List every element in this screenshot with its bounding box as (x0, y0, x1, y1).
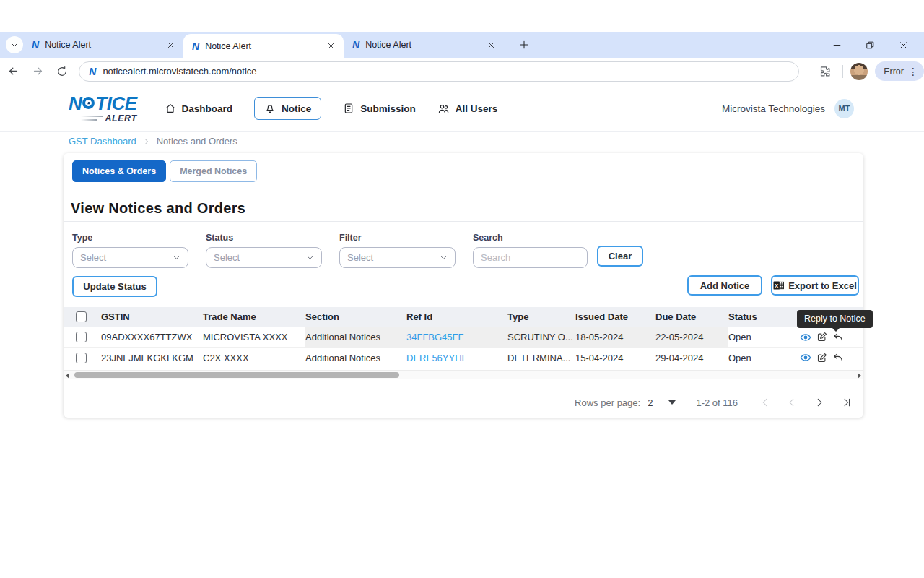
row-checkbox[interactable] (76, 332, 87, 342)
row-checkbox[interactable] (76, 353, 87, 363)
edit-button[interactable] (816, 353, 827, 363)
logo-o-bell-icon (82, 97, 95, 109)
nav-item-dashboard[interactable]: Dashboard (165, 103, 233, 114)
chevron-down-icon (10, 40, 19, 49)
kebab-menu-icon: ⋮ (908, 66, 918, 77)
col-section: Section (305, 311, 406, 322)
ref-id-link[interactable]: 34FFBG45FF (406, 327, 507, 348)
tab-close-button[interactable] (165, 39, 176, 51)
logo-text-tice: TICE (95, 94, 136, 113)
tab-close-button[interactable] (485, 39, 497, 51)
table-header-row: GSTIN Trade Name Section Ref Id Type Iss… (64, 307, 863, 327)
last-page-icon (842, 397, 852, 407)
forward-button[interactable] (27, 61, 49, 82)
scroll-right-arrow-icon[interactable] (858, 373, 861, 379)
page-title: View Notices and Orders (71, 200, 245, 217)
nav-item-all-users[interactable]: All Users (437, 103, 498, 115)
cell-gstin: 23JNFJMFKGKLKGM (101, 353, 203, 363)
notice-alert-favicon-icon: N (352, 40, 359, 50)
export-to-excel-button[interactable]: X Export to Excel (771, 275, 859, 296)
type-select[interactable]: Select (72, 247, 188, 268)
browser-tab-1[interactable]: N Notice Alert (23, 32, 183, 58)
url-bar[interactable]: N noticealert.microvistatech.com/notice (79, 61, 799, 82)
forward-arrow-icon (32, 65, 44, 77)
add-notice-button[interactable]: Add Notice (687, 275, 762, 296)
tab-search-button[interactable] (6, 36, 23, 53)
browser-tab-2-active[interactable]: N Notice Alert (183, 34, 344, 58)
previous-page-button (787, 397, 797, 407)
scrollbar-thumb[interactable] (74, 372, 399, 378)
status-filter: Status Select (206, 233, 322, 268)
search-input[interactable] (473, 247, 588, 268)
update-status-button[interactable]: Update Status (72, 276, 157, 297)
rows-per-page-value[interactable]: 2 (648, 397, 653, 408)
breadcrumb-gst-dashboard-link[interactable]: GST Dashboard (69, 136, 136, 147)
browser-profile-avatar[interactable] (850, 63, 868, 80)
account-menu[interactable]: Microvista Technologies MT (722, 99, 854, 118)
close-window-button[interactable] (892, 35, 914, 55)
merged-notices-tab[interactable]: Merged Notices (170, 160, 257, 182)
ref-id-link[interactable]: DERF56YYHF (406, 353, 507, 363)
view-button[interactable] (800, 352, 811, 363)
plus-icon (519, 40, 529, 50)
filter-select[interactable]: Select (339, 247, 456, 268)
reload-icon (56, 66, 68, 77)
reply-button[interactable] (832, 352, 844, 363)
close-icon (327, 42, 335, 50)
cell-status: Open (728, 353, 800, 363)
notice-alert-favicon-icon: N (32, 40, 39, 50)
status-select[interactable]: Select (206, 247, 322, 268)
new-tab-button[interactable] (515, 35, 533, 54)
reload-button[interactable] (52, 61, 74, 82)
back-button[interactable] (3, 61, 25, 82)
pagination-controls (759, 397, 852, 407)
edit-icon (816, 332, 827, 342)
scroll-left-arrow-icon[interactable] (66, 373, 69, 379)
account-name: Microvista Technologies (722, 103, 825, 114)
col-due-date: Due Date (655, 311, 728, 322)
table-row: 23JNFJMFKGKLKGM C2X XXXX Additional Noti… (64, 348, 863, 368)
window-controls (826, 32, 924, 58)
close-icon (899, 40, 908, 50)
chevron-right-icon (814, 397, 824, 407)
clear-button[interactable]: Clear (597, 246, 643, 267)
tab-title: Notice Alert (45, 40, 159, 50)
first-page-icon (759, 397, 770, 407)
edit-button[interactable] (816, 332, 827, 342)
last-page-button[interactable] (842, 397, 852, 407)
breadcrumb: GST Dashboard Notices and Orders (69, 136, 237, 147)
avatar: MT (834, 99, 854, 118)
cell-gstin: 09ADXXXX67TTZWX (101, 332, 203, 342)
nav-item-submission[interactable]: Submission (343, 103, 416, 114)
rows-per-page-label: Rows per page: (575, 397, 640, 408)
restore-button[interactable] (859, 35, 881, 55)
filter-filter-label: Filter (339, 233, 456, 243)
nav-label: Dashboard (182, 103, 233, 114)
browser-tab-3[interactable]: N Notice Alert (344, 32, 504, 58)
select-all-checkbox[interactable] (76, 311, 87, 322)
document-icon (343, 103, 354, 114)
cell-issued-date: 18-05-2024 (575, 327, 655, 348)
tab-title: Notice Alert (365, 40, 479, 50)
row-actions (800, 352, 863, 363)
eye-icon (800, 332, 811, 343)
notice-alert-logo[interactable]: N TICE ALERT (69, 94, 137, 124)
home-icon (165, 103, 176, 114)
nav-label: All Users (456, 103, 498, 114)
rows-per-page-caret-icon[interactable] (668, 400, 676, 405)
tab-close-button[interactable] (325, 40, 336, 52)
table-row: 09ADXXXX67TTZWX MICROVISTA XXXX Addition… (64, 327, 863, 348)
nav-item-notice[interactable]: Notice (254, 97, 321, 120)
notices-and-orders-tab[interactable]: Notices & Orders (72, 160, 166, 182)
horizontal-scrollbar[interactable] (64, 370, 863, 379)
cell-issued-date: 15-04-2024 (575, 353, 655, 363)
notices-table: GSTIN Trade Name Section Ref Id Type Iss… (64, 307, 863, 368)
view-button[interactable] (800, 332, 811, 343)
cell-type: SCRUTINY O... (507, 327, 575, 348)
notice-alert-favicon-icon: N (89, 66, 96, 77)
reply-button[interactable] (832, 332, 844, 343)
next-page-button[interactable] (814, 397, 824, 407)
extensions-button[interactable] (814, 61, 835, 82)
minimize-button[interactable] (826, 35, 847, 55)
browser-menu-error-badge[interactable]: Error ⋮ (875, 61, 924, 81)
